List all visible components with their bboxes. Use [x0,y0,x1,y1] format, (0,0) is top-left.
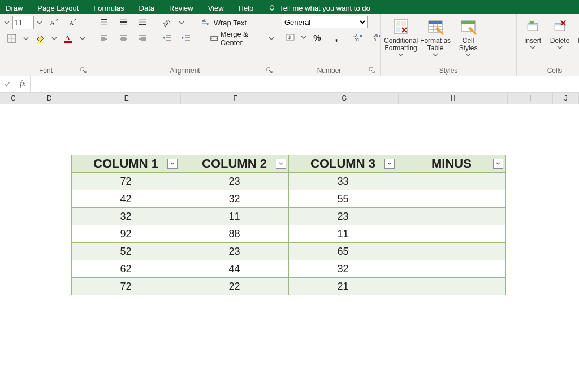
table-cell[interactable]: 32 [289,260,397,278]
wrap-text-label: Wrap Text [214,19,247,27]
align-center-button[interactable] [115,32,132,45]
number-dialog-launcher[interactable] [369,67,375,74]
tab-view[interactable]: View [208,4,224,12]
font-color-button[interactable] [60,32,77,45]
fill-color-button[interactable] [32,32,49,45]
fill-color-dd[interactable] [51,36,58,41]
accounting-format-button[interactable] [282,31,299,44]
fx-label[interactable]: fx [15,76,31,92]
table-cell[interactable]: 92 [72,225,180,243]
conditional-formatting-button[interactable]: Conditional Formatting [384,16,418,60]
percent-button[interactable]: % [309,31,326,44]
table-cell[interactable]: 11 [180,208,289,225]
wrap-text-button[interactable]: Wrap Text [200,16,248,29]
tell-me-label: Tell me what you want to do [279,4,370,12]
align-bottom-icon [138,18,147,27]
font-color-dd[interactable] [79,36,86,41]
filter-button[interactable] [384,159,395,169]
borders-dd[interactable] [23,36,29,41]
worksheet[interactable]: COLUMN 1COLUMN 2COLUMN 3MINUS 7223334232… [0,104,579,392]
table-cell[interactable] [397,243,506,260]
merge-center-button[interactable]: Merge & Center [208,32,266,45]
tab-data[interactable]: Data [139,4,154,12]
format-button[interactable]: F [574,16,579,60]
number-format-select[interactable]: General [282,16,368,28]
merge-dd[interactable] [269,36,274,41]
table-cell[interactable]: 32 [72,208,180,225]
column-header-D[interactable]: D [27,93,72,104]
table-cell[interactable]: 88 [180,225,289,243]
table-cell[interactable]: 11 [289,225,397,243]
align-top-button[interactable] [96,16,113,29]
column-header-C[interactable]: C [0,93,27,104]
tab-formulas[interactable]: Formulas [93,4,124,12]
tab-draw[interactable]: Draw [6,4,23,12]
align-right-button[interactable] [134,32,151,45]
table-cell[interactable] [397,225,506,243]
font-size-input[interactable] [12,16,34,29]
tell-me-search[interactable]: Tell me what you want to do [268,4,370,12]
font-dialog-launcher[interactable] [80,67,87,74]
table-cell[interactable]: 33 [289,173,397,190]
table-header[interactable]: COLUMN 3 [289,155,397,173]
delete-button[interactable]: Delete [547,16,572,60]
increase-indent-button[interactable] [178,32,195,45]
column-header-E[interactable]: E [72,93,181,104]
table-cell[interactable] [397,173,506,190]
table-cell[interactable]: 55 [289,190,397,208]
cell-styles-label: Cell Styles [459,37,478,52]
column-header-H[interactable]: H [399,93,507,104]
table-cell[interactable]: 65 [289,243,397,260]
table-cell[interactable] [397,260,506,278]
table-cell[interactable]: 32 [180,190,289,208]
table-header[interactable]: COLUMN 1 [72,155,180,173]
filter-button[interactable] [493,159,503,169]
table-cell[interactable]: 21 [289,278,397,295]
alignment-dialog-launcher[interactable] [266,67,273,74]
formula-input[interactable] [31,77,579,92]
table-cell[interactable]: 23 [289,208,397,225]
column-header-G[interactable]: G [290,93,399,104]
table-cell[interactable]: 72 [72,173,180,190]
tab-page-layout[interactable]: Page Layout [37,4,79,12]
increase-decimal-button[interactable] [349,31,366,44]
increase-font-size-button[interactable] [45,16,62,29]
accounting-dd[interactable] [301,34,306,40]
align-bottom-button[interactable] [134,16,151,29]
table-cell[interactable] [397,190,506,208]
comma-style-button[interactable]: , [328,31,345,44]
table-cell[interactable]: 72 [72,278,180,295]
font-size-dd[interactable] [36,20,43,25]
column-header-F[interactable]: F [181,93,290,104]
align-middle-button[interactable] [115,16,132,29]
table-cell[interactable] [397,278,506,295]
column-header-I[interactable]: I [508,93,553,104]
tab-review[interactable]: Review [169,4,193,12]
decrease-font-size-button[interactable] [64,16,81,29]
table-cell[interactable]: 23 [180,243,289,260]
decrease-indent-button[interactable] [158,32,175,45]
tab-help[interactable]: Help [239,4,254,12]
filter-button[interactable] [276,159,286,169]
formula-enter-button[interactable] [0,76,15,92]
table-cell[interactable]: 42 [72,190,180,208]
table-cell[interactable]: 52 [72,243,180,260]
table-cell[interactable]: 44 [180,260,289,278]
table-cell[interactable]: 23 [180,173,289,190]
font-name-dd[interactable] [3,20,10,25]
cell-styles-button[interactable]: Cell Styles [453,16,483,60]
orientation-button[interactable] [159,16,176,29]
table-cell[interactable] [397,208,506,225]
format-as-table-button[interactable]: Format as Table [420,16,451,60]
borders-button[interactable] [3,32,20,45]
filter-button[interactable] [167,159,178,169]
orientation-dd[interactable] [178,20,185,25]
insert-button[interactable]: Insert [520,16,545,60]
table-header[interactable]: MINUS [397,155,506,173]
align-left-button[interactable] [96,32,113,45]
group-number: General % , Number [278,14,381,76]
table-header[interactable]: COLUMN 2 [180,155,289,173]
table-cell[interactable]: 22 [180,278,289,295]
table-cell[interactable]: 62 [72,260,180,278]
column-header-J[interactable]: J [553,93,579,104]
